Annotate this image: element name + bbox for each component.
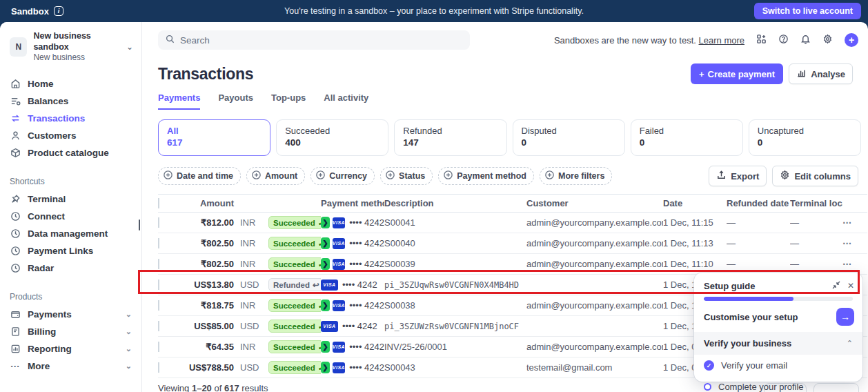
sidebar-scrollbar-thumb[interactable] — [139, 219, 140, 231]
edit-columns-button[interactable]: Edit columns — [772, 166, 858, 186]
currency: INR — [238, 300, 268, 311]
create-payment-button[interactable]: + Create payment — [691, 63, 783, 84]
sidebar-item-product-catalogue[interactable]: Product catalogue — [0, 144, 141, 161]
sidebar-item-label: Transactions — [28, 113, 85, 124]
sidebar-item-payments[interactable]: Payments ⌄ — [0, 306, 141, 323]
apps-grid-icon[interactable] — [756, 34, 767, 47]
filter-chip-date-and-time[interactable]: Date and time — [158, 167, 241, 185]
filter-card-succeeded[interactable]: Succeeded 400 — [276, 119, 388, 156]
tab-all-activity[interactable]: All activity — [324, 92, 368, 110]
settings-gear-icon[interactable] — [822, 34, 833, 47]
status-text: Succeeded — [273, 239, 315, 248]
create-plus-button[interactable]: + — [845, 33, 858, 47]
notifications-bell-icon[interactable] — [800, 34, 811, 47]
sidebar-item-customers[interactable]: Customers — [0, 127, 141, 144]
sandbox-note: Sandboxes are the new way to test. Learn… — [554, 35, 744, 46]
card-label: All — [167, 126, 262, 136]
filter-chip-status[interactable]: Status — [380, 167, 433, 185]
row-checkbox[interactable] — [158, 259, 159, 269]
row-actions-icon[interactable]: ⋯ — [842, 217, 867, 228]
date: 1 Dec, 11:13 — [663, 238, 727, 248]
currency: INR — [238, 259, 268, 269]
filter-card-disputed[interactable]: Disputed 0 — [513, 119, 625, 156]
tab-payments[interactable]: Payments — [158, 92, 200, 110]
customers-icon — [10, 130, 21, 141]
column-header-amount[interactable]: Amount — [181, 198, 238, 208]
customer: admin@yourcompany.example.com — [526, 238, 663, 248]
row-checkbox[interactable] — [158, 342, 159, 352]
tab-payouts[interactable]: Payouts — [218, 92, 253, 110]
column-header-terminal-location[interactable]: Terminal location — [790, 198, 842, 208]
help-icon[interactable] — [778, 34, 789, 47]
analyse-button[interactable]: Analyse — [789, 63, 853, 84]
close-icon[interactable]: ✕ — [847, 281, 854, 291]
task-complete-profile[interactable]: Complete your profile — [694, 376, 862, 392]
learn-more-link[interactable]: Learn more — [699, 35, 744, 46]
status-text: Succeeded — [273, 322, 315, 331]
clock-icon — [10, 263, 21, 274]
row-checkbox[interactable] — [158, 362, 159, 373]
sidebar-item-payment-links[interactable]: Payment Links — [0, 242, 141, 259]
sidebar-item-billing[interactable]: Billing ⌄ — [0, 323, 141, 340]
info-icon[interactable]: i — [54, 6, 63, 16]
business-switcher[interactable]: N New business sandbox New business ⌄ — [0, 22, 141, 70]
minimize-icon[interactable] — [832, 280, 840, 292]
task-label: Complete your profile — [718, 382, 804, 392]
sidebar-item-reporting[interactable]: Reporting ⌄ — [0, 340, 141, 357]
row-checkbox[interactable] — [158, 321, 159, 331]
filter-chip-currency[interactable]: Currency — [310, 167, 375, 185]
select-all-checkbox[interactable] — [158, 198, 159, 208]
column-header-customer[interactable]: Customer — [526, 198, 663, 208]
card-value: 0 — [758, 137, 852, 148]
sidebar-item-connect[interactable]: Connect — [0, 208, 141, 225]
table-row[interactable]: ₹802.50 INR Succeeded✓ ❯VISA•••• 4242 S0… — [158, 233, 867, 254]
table-row[interactable]: ₹812.00 INR Succeeded✓ ❯VISA•••• 4242 S0… — [158, 213, 867, 233]
card-label: Uncaptured — [758, 126, 852, 136]
filter-card-refunded[interactable]: Refunded 147 — [394, 119, 506, 156]
verify-business-section[interactable]: Verify your business ⌃ — [694, 332, 862, 355]
export-button[interactable]: Export — [709, 166, 767, 186]
row-checkbox[interactable] — [158, 238, 159, 248]
sidebar-item-balances[interactable]: Balances — [0, 92, 141, 110]
refunded-date: — — [727, 238, 790, 248]
filter-card-failed[interactable]: Failed 0 — [631, 119, 743, 156]
sidebar-item-more[interactable]: ··· More ⌄ — [0, 357, 141, 375]
column-header-payment-method[interactable]: Payment method — [321, 198, 384, 208]
status-text: Succeeded — [273, 302, 315, 310]
sidebar-item-data-management[interactable]: Data management — [0, 225, 141, 242]
column-header-refunded-date[interactable]: Refunded date — [727, 198, 790, 208]
customer: admin@yourcompany.example.com — [526, 342, 663, 352]
sidebar-item-label: Payment Links — [28, 246, 93, 256]
search-box[interactable] — [158, 30, 470, 50]
description: pi_3SZUWzRsw0VCGNFN1MBjnoCF — [384, 322, 526, 331]
filter-card-uncaptured[interactable]: Uncaptured 0 — [749, 119, 861, 156]
tab-top-ups[interactable]: Top-ups — [271, 92, 306, 110]
row-checkbox[interactable] — [158, 300, 159, 311]
filter-chip-more-filters[interactable]: More filters — [540, 167, 612, 185]
visa-icon: VISA — [333, 362, 346, 373]
card-number: •••• 4242 — [348, 217, 384, 228]
task-verify-email[interactable]: ✓ Verify your email — [694, 355, 862, 376]
column-header-date[interactable]: Date — [663, 198, 727, 208]
sidebar-item-transactions[interactable]: Transactions — [0, 110, 141, 127]
filter-chip-payment-method[interactable]: Payment method — [438, 167, 534, 185]
column-header-description[interactable]: Description — [384, 198, 526, 208]
filter-chip-amount[interactable]: Amount — [246, 167, 305, 185]
terminal-location: — — [790, 217, 842, 228]
row-checkbox[interactable] — [158, 280, 159, 290]
table-row[interactable]: ₹802.50 INR Succeeded✓ ❯VISA•••• 4242 S0… — [158, 254, 867, 275]
sidebar-item-terminal[interactable]: Terminal — [0, 190, 141, 208]
filter-card-all[interactable]: All 617 — [158, 119, 270, 156]
sidebar-item-home[interactable]: Home — [0, 75, 141, 92]
sidebar-item-label: Product catalogue — [28, 148, 109, 158]
arrow-right-button[interactable]: → — [836, 308, 854, 326]
switch-to-live-button[interactable]: Switch to live account — [754, 3, 861, 19]
sidebar-item-radar[interactable]: Radar — [0, 259, 141, 277]
row-actions-icon[interactable]: ⋯ — [842, 238, 867, 248]
search-input[interactable] — [180, 35, 463, 46]
card-value: 0 — [522, 137, 616, 148]
row-actions-icon[interactable]: ⋯ — [842, 259, 867, 269]
customise-setup-row[interactable]: Customise your setup → — [694, 301, 862, 332]
row-checkbox[interactable] — [158, 217, 159, 228]
edit-columns-label: Edit columns — [794, 171, 851, 182]
